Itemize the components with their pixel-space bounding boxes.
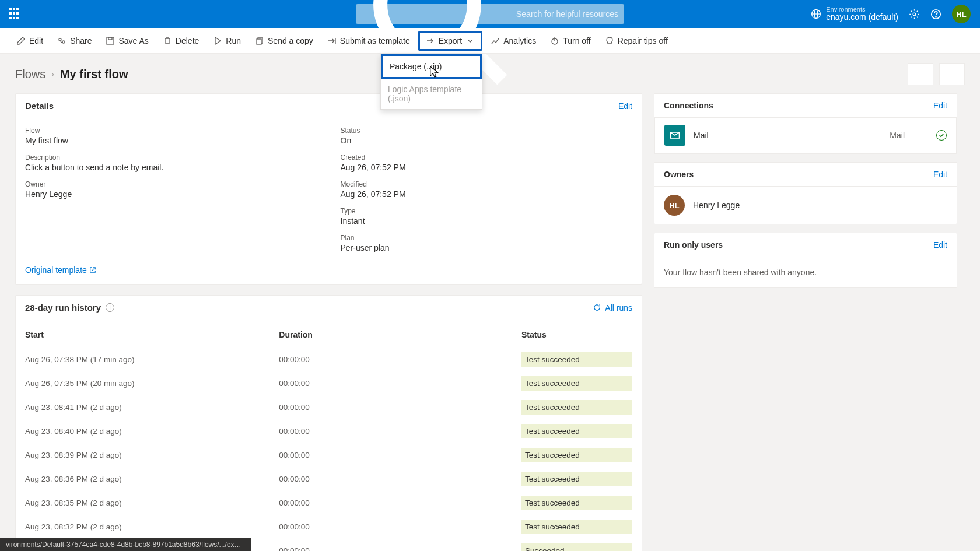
details-title: Details — [25, 101, 54, 111]
run-status: Test succeeded — [522, 400, 632, 415]
run-duration: 00:00:00 — [270, 443, 512, 467]
run-duration: 00:00:00 — [270, 467, 512, 491]
owner-name: Henry Legge — [693, 201, 740, 210]
user-avatar[interactable]: HL — [952, 5, 971, 23]
submit-template-button[interactable]: Submit as template — [321, 33, 416, 49]
run-history-card: 28-day run history i All runs Start Dura… — [15, 295, 642, 551]
mail-icon — [664, 125, 685, 146]
open-new-icon — [89, 266, 96, 273]
run-start: Aug 23, 08:36 PM (2 d ago) — [16, 467, 270, 491]
save-as-button[interactable]: Save As — [100, 33, 154, 49]
export-logic-apps-json[interactable]: Logic Apps template (.json) — [381, 79, 482, 109]
modified-value: Aug 26, 07:52 PM — [341, 189, 633, 199]
flow-value: My first flow — [25, 136, 317, 145]
run-status: Test succeeded — [522, 520, 632, 534]
breadcrumb-root[interactable]: Flows — [15, 68, 46, 81]
svg-rect-11 — [108, 37, 112, 40]
owners-title: Owners — [664, 170, 694, 179]
svg-point-5 — [913, 13, 916, 16]
table-row[interactable]: Aug 26, 07:38 PM (17 min ago)00:00:00Tes… — [16, 348, 642, 371]
run-history-table: Start Duration Status Aug 26, 07:38 PM (… — [16, 318, 642, 551]
delete-button[interactable]: Delete — [157, 33, 205, 49]
search-input[interactable] — [516, 9, 618, 19]
run-start: Aug 26, 07:38 PM (17 min ago) — [16, 348, 270, 371]
created-value: Aug 26, 07:52 PM — [341, 163, 633, 172]
export-dropdown: Package (.zip) Logic Apps template (.jso… — [380, 54, 482, 110]
search-box[interactable] — [356, 4, 624, 24]
info-icon[interactable]: i — [106, 303, 114, 312]
run-start: Aug 23, 08:32 PM (2 d ago) — [16, 515, 270, 539]
command-bar: Edit Share Save As Delete Run Send a cop… — [0, 28, 980, 54]
description-label: Description — [25, 153, 317, 162]
table-row[interactable]: Aug 23, 08:32 PM (2 d ago)00:00:00Test s… — [16, 515, 642, 539]
settings-icon[interactable] — [909, 9, 920, 20]
owner-item: HL Henry Legge — [654, 187, 957, 224]
breadcrumb-separator: › — [51, 69, 54, 79]
connections-edit-link[interactable]: Edit — [933, 101, 947, 110]
col-duration[interactable]: Duration — [270, 318, 512, 348]
run-duration: 00:00:00 — [270, 395, 512, 419]
app-launcher-icon[interactable] — [9, 8, 21, 20]
run-status: Test succeeded — [522, 472, 632, 486]
run-only-users-card: Run only users Edit Your flow hasn't bee… — [654, 233, 957, 288]
svg-rect-10 — [107, 37, 114, 44]
run-duration: 00:00:00 — [270, 539, 512, 551]
environment-picker[interactable]: Environments enayu.com (default) — [811, 6, 898, 22]
run-start: Aug 26, 07:35 PM (20 min ago) — [16, 371, 270, 395]
run-status: Test succeeded — [522, 376, 632, 391]
run-status: Test succeeded — [522, 352, 632, 367]
run-duration: 00:00:00 — [270, 491, 512, 515]
connection-name: Mail — [694, 131, 709, 140]
plan-value: Per-user plan — [341, 243, 633, 252]
export-button[interactable]: Export — [418, 31, 482, 51]
all-runs-link[interactable]: All runs — [593, 303, 632, 313]
analytics-button[interactable]: Analytics — [485, 33, 542, 49]
connection-item[interactable]: Mail Mail — [654, 118, 957, 153]
details-edit-link[interactable]: Edit — [618, 101, 632, 111]
table-row[interactable]: Aug 23, 08:39 PM (2 d ago)00:00:00Test s… — [16, 443, 642, 467]
help-icon[interactable] — [930, 9, 942, 20]
type-value: Instant — [341, 216, 633, 226]
chevron-down-icon — [466, 36, 475, 45]
modified-label: Modified — [341, 180, 633, 188]
details-card: Details Edit FlowMy first flow Descripti… — [15, 93, 642, 285]
edit-button[interactable]: Edit — [10, 33, 49, 49]
placeholder-tile — [939, 63, 965, 85]
run-status: Test succeeded — [522, 448, 632, 462]
run-duration: 00:00:00 — [270, 371, 512, 395]
table-row[interactable]: Aug 26, 07:35 PM (20 min ago)00:00:00Tes… — [16, 371, 642, 395]
run-only-empty-text: Your flow hasn't been shared with anyone… — [654, 257, 957, 287]
run-status: Succeeded — [522, 543, 632, 551]
table-row[interactable]: Aug 23, 08:41 PM (2 d ago)00:00:00Test s… — [16, 395, 642, 419]
placeholder-tile — [908, 63, 933, 85]
run-button[interactable]: Run — [207, 33, 247, 49]
owner-value: Henry Legge — [25, 189, 317, 199]
run-start: Aug 23, 08:41 PM (2 d ago) — [16, 395, 270, 419]
turn-off-button[interactable]: Turn off — [544, 33, 596, 49]
table-row[interactable]: Aug 23, 08:35 PM (2 d ago)00:00:00Test s… — [16, 491, 642, 515]
send-copy-button[interactable]: Send a copy — [249, 33, 319, 49]
plan-label: Plan — [341, 234, 633, 242]
status-value: On — [341, 136, 633, 145]
cursor-icon — [429, 65, 440, 79]
environment-name: enayu.com (default) — [826, 13, 898, 22]
run-status: Test succeeded — [522, 496, 632, 510]
col-status[interactable]: Status — [512, 318, 642, 348]
run-only-edit-link[interactable]: Edit — [933, 240, 947, 250]
owners-edit-link[interactable]: Edit — [933, 170, 947, 179]
run-duration: 00:00:00 — [270, 348, 512, 371]
table-row[interactable]: Aug 23, 08:40 PM (2 d ago)00:00:00Test s… — [16, 419, 642, 443]
col-start[interactable]: Start — [16, 318, 270, 348]
connection-type: Mail — [890, 131, 905, 140]
repair-tips-button[interactable]: Repair tips off — [599, 33, 674, 49]
run-duration: 00:00:00 — [270, 419, 512, 443]
connections-title: Connections — [664, 101, 713, 110]
original-template-link[interactable]: Original template — [25, 265, 96, 275]
run-start: Aug 23, 08:40 PM (2 d ago) — [16, 419, 270, 443]
run-duration: 00:00:00 — [270, 515, 512, 539]
owners-card: Owners Edit HL Henry Legge — [654, 162, 957, 224]
share-button[interactable]: Share — [51, 33, 97, 49]
owner-label: Owner — [25, 180, 317, 188]
run-start: Aug 23, 08:35 PM (2 d ago) — [16, 491, 270, 515]
table-row[interactable]: Aug 23, 08:36 PM (2 d ago)00:00:00Test s… — [16, 467, 642, 491]
